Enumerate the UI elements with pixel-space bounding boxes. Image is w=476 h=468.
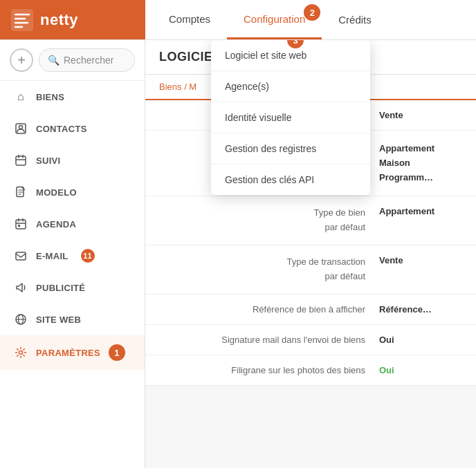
table-row: Type de bienpar défaut Appartement [145,196,476,245]
svg-rect-12 [16,220,26,229]
top-header: netty Comptes Configuration 2 Crédits [0,0,476,40]
row-value-5: Oui [379,335,462,345]
row-label-4: Référence de bien à afficher [159,304,379,315]
row-value-2: Appartement [379,206,462,216]
table-row: Filigrane sur les photos des biens Oui [145,355,476,386]
body-area: + 🔍 Rechercher ⌂ BIENS CONTACTS [0,40,476,468]
svg-rect-7 [16,156,26,165]
sidebar-item-contacts[interactable]: CONTACTS [0,113,145,144]
sidebar-label-suivi: SUIVI [36,156,60,166]
sidebar-top: + 🔍 Rechercher [0,40,145,81]
row-label-5: Signature mail dans l'envoi de biens [159,335,379,345]
breadcrumb[interactable]: Biens / M [159,82,196,92]
sidebar-label-biens: BIENS [36,92,64,102]
sidebar-item-biens[interactable]: ⌂ BIENS [0,81,145,113]
tab-credits[interactable]: Crédits [322,0,388,39]
table-row: Type de transactionpar défaut Vente [145,245,476,294]
configuration-step-badge: 2 [304,4,320,21]
nav-tabs: Comptes Configuration 2 Crédits [145,0,476,39]
row-value-0: Vente [379,110,462,120]
publicite-icon [14,281,28,294]
main-content: LOGICIEL Biens / M ctions Vente Biens pr… [145,40,476,468]
dropdown-item-registres[interactable]: Gestion des registres [211,133,370,165]
dropdown-item-api[interactable]: Gestion des clés API [211,165,370,195]
parametres-icon [14,346,28,359]
row-value-1: AppartementMaisonProgramm… [379,142,462,185]
sidebar-item-modelo[interactable]: MODELO [0,176,145,208]
row-label-6: Filigrane sur les photos des biens [159,365,379,375]
sidebar-label-contacts: CONTACTS [36,124,87,134]
sidebar-label-parametres: PARAMÈTRES [36,348,100,358]
row-value-3: Vente [379,255,462,265]
logo-area: netty [0,0,145,39]
agenda-icon [14,217,28,231]
dropdown-item-agences[interactable]: Agence(s) [211,71,370,102]
sidebar-item-publicite[interactable]: PUBLICITÉ [0,272,145,303]
row-value-4: Référence… [379,304,462,315]
sidebar-label-modelo: MODELO [36,187,77,198]
sidebar-label-publicite: PUBLICITÉ [36,283,85,293]
tab-comptes[interactable]: Comptes [152,0,227,39]
sidebar-item-siteweb[interactable]: SITE WEB [0,303,145,335]
tab-configuration[interactable]: Configuration 2 [227,0,322,39]
sidebar-label-email: E-MAIL [36,251,68,261]
row-value-6: Oui [379,365,462,375]
dropdown-menu: 3 Logiciel et site web Agence(s) Identit… [211,40,370,195]
search-icon: 🔍 [48,55,60,66]
email-badge: 11 [81,249,95,263]
search-button[interactable]: 🔍 Rechercher [39,48,135,72]
table-row: Référence de bien à afficher Référence… [145,294,476,325]
search-label: Rechercher [64,55,113,66]
svg-rect-16 [18,225,20,227]
sidebar: + 🔍 Rechercher ⌂ BIENS CONTACTS [0,40,145,468]
parametres-step-badge: 1 [109,344,125,361]
table-row: Signature mail dans l'envoi de biens Oui [145,325,476,355]
row-label-3: Type de transactionpar défaut [159,255,379,284]
suivi-icon [14,153,28,167]
logo-text: netty [40,11,78,29]
add-button[interactable]: + [10,48,33,72]
contacts-icon [14,122,28,135]
sidebar-label-agenda: AGENDA [36,219,76,230]
svg-rect-17 [16,252,26,260]
sidebar-item-email[interactable]: E-MAIL 11 [0,240,145,272]
sidebar-item-suivi[interactable]: SUIVI [0,144,145,176]
sidebar-label-siteweb: SITE WEB [36,315,81,325]
sidebar-item-agenda[interactable]: AGENDA [0,208,145,240]
siteweb-icon [14,312,28,326]
row-label-2: Type de bienpar défaut [159,206,379,235]
home-icon: ⌂ [14,90,28,104]
dropdown-step-badge: 3 [287,40,304,48]
dropdown-item-identite[interactable]: Identité visuelle [211,102,370,133]
sidebar-item-parametres[interactable]: PARAMÈTRES 1 [0,335,145,370]
logo-icon [11,9,33,31]
email-icon [14,249,28,263]
svg-point-21 [19,351,23,355]
svg-point-6 [19,126,23,129]
modelo-icon [14,185,28,199]
